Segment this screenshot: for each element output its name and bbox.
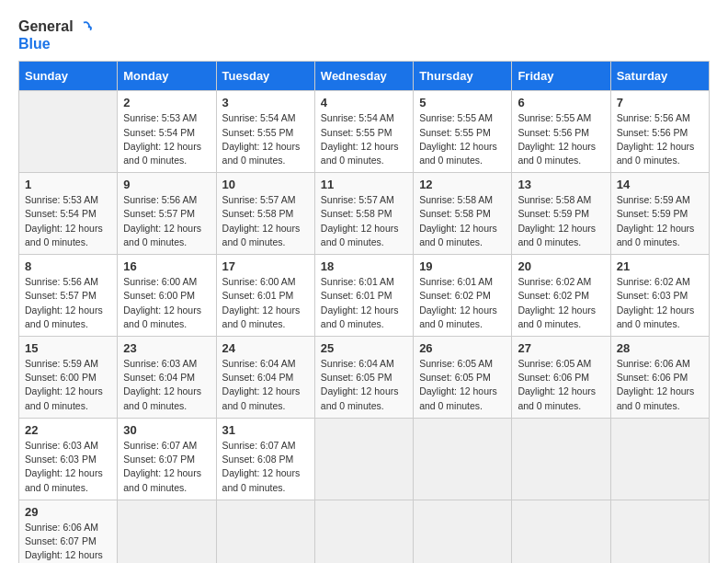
day-number: 17	[222, 259, 309, 273]
calendar-cell: 22Sunrise: 6:03 AMSunset: 6:03 PMDayligh…	[19, 418, 118, 500]
calendar-cell: 28Sunrise: 6:06 AMSunset: 6:06 PMDayligh…	[610, 336, 709, 418]
logo-text: General Blue	[18, 18, 92, 52]
calendar-cell: 18Sunrise: 6:01 AMSunset: 6:01 PMDayligh…	[314, 255, 413, 337]
calendar-cell: 1Sunrise: 5:53 AMSunset: 5:54 PMDaylight…	[19, 173, 118, 255]
calendar-cell: 17Sunrise: 6:00 AMSunset: 6:01 PMDayligh…	[216, 255, 314, 337]
calendar-cell	[610, 500, 709, 563]
day-number: 30	[123, 423, 210, 437]
calendar-cell: 13Sunrise: 5:58 AMSunset: 5:59 PMDayligh…	[512, 173, 610, 255]
day-number: 28	[617, 341, 703, 355]
calendar-cell: 31Sunrise: 6:07 AMSunset: 6:08 PMDayligh…	[216, 418, 314, 500]
header-day-saturday: Saturday	[610, 62, 709, 91]
calendar-cell: 15Sunrise: 5:59 AMSunset: 6:00 PMDayligh…	[19, 336, 118, 418]
day-info: Sunrise: 5:58 AMSunset: 5:59 PMDaylight:…	[518, 193, 604, 249]
day-number: 6	[518, 96, 604, 109]
calendar-cell: 30Sunrise: 6:07 AMSunset: 6:07 PMDayligh…	[118, 418, 216, 500]
calendar-cell: 16Sunrise: 6:00 AMSunset: 6:00 PMDayligh…	[118, 255, 216, 337]
week-row-4: 15Sunrise: 5:59 AMSunset: 6:00 PMDayligh…	[19, 336, 710, 418]
day-info: Sunrise: 6:05 AMSunset: 6:05 PMDaylight:…	[419, 357, 506, 413]
day-number: 12	[419, 178, 506, 191]
day-info: Sunrise: 5:53 AMSunset: 5:54 PMDaylight:…	[25, 193, 111, 249]
calendar-cell: 10Sunrise: 5:57 AMSunset: 5:58 PMDayligh…	[216, 173, 314, 255]
week-row-2: 1Sunrise: 5:53 AMSunset: 5:54 PMDaylight…	[19, 173, 710, 255]
day-number: 22	[25, 423, 111, 437]
day-info: Sunrise: 6:00 AMSunset: 6:01 PMDaylight:…	[222, 275, 309, 331]
week-row-6: 29Sunrise: 6:06 AMSunset: 6:07 PMDayligh…	[19, 500, 710, 563]
day-info: Sunrise: 5:54 AMSunset: 5:55 PMDaylight:…	[321, 111, 407, 167]
header-day-friday: Friday	[512, 62, 610, 91]
calendar-cell: 12Sunrise: 5:58 AMSunset: 5:58 PMDayligh…	[414, 173, 512, 255]
week-row-3: 8Sunrise: 5:56 AMSunset: 5:57 PMDaylight…	[19, 255, 710, 337]
day-number: 27	[518, 341, 604, 355]
day-number: 10	[222, 178, 309, 191]
calendar-cell: 8Sunrise: 5:56 AMSunset: 5:57 PMDaylight…	[19, 255, 118, 337]
header: General Blue	[18, 18, 710, 52]
day-info: Sunrise: 5:58 AMSunset: 5:58 PMDaylight:…	[419, 193, 506, 249]
day-number: 14	[617, 178, 703, 191]
day-info: Sunrise: 6:06 AMSunset: 6:07 PMDaylight:…	[25, 521, 111, 563]
day-number: 13	[518, 178, 604, 191]
day-number: 29	[25, 505, 111, 519]
header-day-tuesday: Tuesday	[216, 62, 314, 91]
day-number: 24	[222, 341, 309, 355]
calendar-cell	[19, 91, 118, 173]
calendar-cell	[414, 418, 512, 500]
calendar-cell	[118, 500, 216, 563]
day-info: Sunrise: 6:06 AMSunset: 6:06 PMDaylight:…	[617, 357, 703, 413]
day-info: Sunrise: 6:01 AMSunset: 6:02 PMDaylight:…	[419, 275, 506, 331]
day-number: 5	[419, 96, 506, 109]
day-info: Sunrise: 6:05 AMSunset: 6:06 PMDaylight:…	[518, 357, 604, 413]
day-info: Sunrise: 6:04 AMSunset: 6:05 PMDaylight:…	[321, 357, 407, 413]
day-number: 1	[25, 178, 111, 191]
calendar-cell: 3Sunrise: 5:54 AMSunset: 5:55 PMDaylight…	[216, 91, 314, 173]
day-info: Sunrise: 5:56 AMSunset: 5:57 PMDaylight:…	[25, 275, 111, 331]
calendar-cell	[512, 418, 610, 500]
day-number: 25	[321, 341, 407, 355]
header-day-monday: Monday	[118, 62, 216, 91]
calendar-cell: 26Sunrise: 6:05 AMSunset: 6:05 PMDayligh…	[414, 336, 512, 418]
calendar-cell: 4Sunrise: 5:54 AMSunset: 5:55 PMDaylight…	[314, 91, 413, 173]
day-info: Sunrise: 5:57 AMSunset: 5:58 PMDaylight:…	[321, 193, 407, 249]
day-number: 18	[321, 259, 407, 273]
day-info: Sunrise: 5:59 AMSunset: 6:00 PMDaylight:…	[25, 357, 111, 413]
day-number: 11	[321, 178, 407, 191]
calendar-cell	[512, 500, 610, 563]
calendar-cell: 6Sunrise: 5:55 AMSunset: 5:56 PMDaylight…	[512, 91, 610, 173]
logo-bird-icon	[75, 19, 92, 36]
day-number: 9	[123, 178, 210, 191]
day-number: 4	[321, 96, 407, 109]
day-info: Sunrise: 6:04 AMSunset: 6:04 PMDaylight:…	[222, 357, 309, 413]
day-number: 2	[123, 96, 210, 109]
calendar-cell: 9Sunrise: 5:56 AMSunset: 5:57 PMDaylight…	[118, 173, 216, 255]
calendar-cell	[314, 418, 413, 500]
day-info: Sunrise: 6:02 AMSunset: 6:03 PMDaylight:…	[617, 275, 703, 331]
logo: General Blue	[18, 18, 92, 52]
day-info: Sunrise: 5:55 AMSunset: 5:55 PMDaylight:…	[419, 111, 506, 167]
calendar-cell: 25Sunrise: 6:04 AMSunset: 6:05 PMDayligh…	[314, 336, 413, 418]
calendar-cell: 21Sunrise: 6:02 AMSunset: 6:03 PMDayligh…	[610, 255, 709, 337]
calendar-cell	[314, 500, 413, 563]
calendar-cell: 27Sunrise: 6:05 AMSunset: 6:06 PMDayligh…	[512, 336, 610, 418]
day-info: Sunrise: 6:00 AMSunset: 6:00 PMDaylight:…	[123, 275, 210, 331]
day-number: 20	[518, 259, 604, 273]
day-info: Sunrise: 5:55 AMSunset: 5:56 PMDaylight:…	[518, 111, 604, 167]
week-row-5: 22Sunrise: 6:03 AMSunset: 6:03 PMDayligh…	[19, 418, 710, 500]
day-info: Sunrise: 5:53 AMSunset: 5:54 PMDaylight:…	[123, 111, 210, 167]
day-number: 19	[419, 259, 506, 273]
calendar-cell: 7Sunrise: 5:56 AMSunset: 5:56 PMDaylight…	[610, 91, 709, 173]
day-number: 8	[25, 259, 111, 273]
day-number: 15	[25, 341, 111, 355]
day-number: 21	[617, 259, 703, 273]
day-info: Sunrise: 5:57 AMSunset: 5:58 PMDaylight:…	[222, 193, 309, 249]
day-number: 31	[222, 423, 309, 437]
calendar-cell: 14Sunrise: 5:59 AMSunset: 5:59 PMDayligh…	[610, 173, 709, 255]
day-info: Sunrise: 6:01 AMSunset: 6:01 PMDaylight:…	[321, 275, 407, 331]
calendar-cell	[610, 418, 709, 500]
day-number: 26	[419, 341, 506, 355]
calendar-cell: 11Sunrise: 5:57 AMSunset: 5:58 PMDayligh…	[314, 173, 413, 255]
header-day-wednesday: Wednesday	[314, 62, 413, 91]
calendar-cell: 23Sunrise: 6:03 AMSunset: 6:04 PMDayligh…	[118, 336, 216, 418]
day-info: Sunrise: 6:02 AMSunset: 6:02 PMDaylight:…	[518, 275, 604, 331]
day-number: 16	[123, 259, 210, 273]
day-info: Sunrise: 5:56 AMSunset: 5:57 PMDaylight:…	[123, 193, 210, 249]
